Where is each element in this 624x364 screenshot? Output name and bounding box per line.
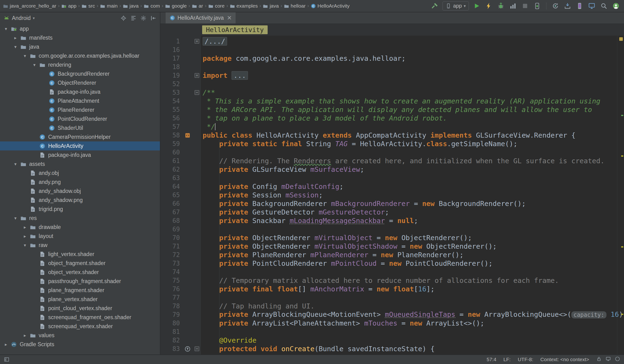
code-line[interactable]: 66 private BackgroundRenderer mBackgroun… <box>160 199 624 208</box>
breadcrumb-item[interactable]: helloar <box>284 3 306 9</box>
expand-arrow-icon[interactable]: ▸ <box>11 35 20 41</box>
code-line[interactable]: 18 <box>160 63 624 71</box>
expand-arrow-icon[interactable]: ▾ <box>2 26 10 31</box>
fold-plus-icon[interactable]: + <box>195 73 199 78</box>
line-number[interactable]: 52 <box>160 80 182 88</box>
line-number[interactable]: 63 <box>160 174 182 182</box>
expand-arrow-icon[interactable]: ▸ <box>21 234 29 239</box>
code-line[interactable]: 70 private ObjectRenderer mVirtualObject… <box>160 234 624 242</box>
breadcrumb-item[interactable]: CHelloArActivity <box>311 3 349 9</box>
fold-toggle[interactable]: − <box>193 90 201 95</box>
breadcrumb-item[interactable]: ar <box>192 3 203 9</box>
tree-item[interactable]: ▾assets <box>0 159 160 168</box>
code-line[interactable]: 77 <box>160 293 624 302</box>
line-number[interactable]: 65 <box>160 191 182 199</box>
code-line[interactable]: 75 // Temporary matrix allocated here to… <box>160 276 624 285</box>
breadcrumb-item[interactable]: core <box>208 3 225 9</box>
tree-item[interactable]: screenquad_fragment_oes.shader <box>0 313 160 322</box>
breadcrumb-item[interactable]: src <box>81 3 95 9</box>
sync-project-button[interactable] <box>551 2 560 10</box>
code-line[interactable]: 79 private ArrayBlockingQueue<MotionEven… <box>160 310 624 319</box>
tree-item[interactable]: ▸layout <box>0 232 160 241</box>
code-line[interactable]: 80 private ArrayList<PlaneAttachment> mT… <box>160 319 624 327</box>
line-number[interactable]: 72 <box>160 251 182 259</box>
code-line[interactable]: 69 <box>160 225 624 234</box>
code-line[interactable]: 78 // Tap handling and UI. <box>160 302 624 310</box>
tree-item[interactable]: ▸manifests <box>0 33 160 42</box>
class-marker-icon[interactable] <box>182 132 193 139</box>
line-number[interactable]: 78 <box>160 302 182 310</box>
tree-item[interactable]: plane_fragment.shader <box>0 286 160 295</box>
line-number[interactable]: 57 <box>160 122 182 131</box>
override-marker-icon[interactable] <box>182 346 193 352</box>
run-button[interactable] <box>472 2 481 10</box>
attach-debugger-button[interactable] <box>533 2 542 10</box>
line-number[interactable]: 80 <box>160 319 182 327</box>
expand-arrow-icon[interactable]: ▾ <box>11 44 20 50</box>
line-number[interactable]: 17 <box>160 54 182 63</box>
expand-arrow-icon[interactable]: ▸ <box>2 342 10 347</box>
tree-item[interactable]: CShaderUtil <box>0 123 160 132</box>
run-config-selector[interactable]: app▾ <box>442 1 469 10</box>
code-line[interactable]: 72 private PlaneRenderer mPlaneRenderer … <box>160 251 624 259</box>
collapse-all-button[interactable] <box>130 15 137 21</box>
settings-button[interactable] <box>140 15 147 21</box>
breadcrumb-current-element[interactable]: HelloArActivity <box>202 26 268 34</box>
code-line[interactable]: 53−/** <box>160 88 624 97</box>
code-line[interactable]: 65 private Session mSession; <box>160 191 624 199</box>
code-line[interactable]: 19+import ... <box>160 71 624 80</box>
line-number[interactable]: 54 <box>160 97 182 105</box>
code-editor[interactable]: 1+/.../1617package com.google.ar.core.ex… <box>160 36 624 355</box>
apply-changes-button[interactable] <box>485 2 493 10</box>
error-stripe-mark[interactable] <box>621 115 623 116</box>
code-line[interactable]: 71 private ObjectRenderer mVirtualObject… <box>160 242 624 251</box>
tree-item[interactable]: andy_shadow.obj <box>0 186 160 196</box>
project-view-selector[interactable]: Android <box>12 15 31 21</box>
line-number[interactable]: 69 <box>160 225 182 234</box>
line-number[interactable]: 66 <box>160 199 182 208</box>
tree-item[interactable]: ▾java <box>0 42 160 51</box>
error-stripe-mark[interactable] <box>621 156 623 156</box>
line-number[interactable]: 1 <box>160 37 182 46</box>
tree-item[interactable]: light_vertex.shader <box>0 250 160 259</box>
layout-inspector-button[interactable] <box>587 2 596 10</box>
breadcrumb-item[interactable]: java_arcore_hello_ar <box>3 3 56 9</box>
sdk-manager-button[interactable] <box>563 2 572 10</box>
locate-button[interactable] <box>120 15 127 21</box>
context-widget[interactable]: Context: <no context> <box>541 357 589 362</box>
error-stripe-mark[interactable] <box>621 314 623 315</box>
code-line[interactable]: 74 <box>160 268 624 276</box>
tree-item[interactable]: package-info.java <box>0 87 160 96</box>
fold-toggle[interactable]: + <box>193 39 201 44</box>
line-number[interactable]: 71 <box>160 242 182 251</box>
tree-item[interactable]: CHelloArActivity <box>0 141 160 151</box>
code-line[interactable]: 17package com.google.ar.core.examples.ja… <box>160 54 624 63</box>
code-line[interactable]: 56 * tap on a plane to place a 3d model … <box>160 114 624 122</box>
line-number[interactable]: 81 <box>160 327 182 336</box>
line-number[interactable]: 55 <box>160 105 182 114</box>
breadcrumb-item[interactable]: java <box>123 3 139 9</box>
line-number[interactable]: 79 <box>160 310 182 319</box>
code-line[interactable]: 63 <box>160 174 624 182</box>
breadcrumb-item[interactable]: java <box>263 3 279 9</box>
code-line[interactable]: 61 // Rendering. The Renderers are creat… <box>160 156 624 165</box>
tree-item[interactable]: ▸drawable <box>0 223 160 232</box>
code-line[interactable]: 82 @Override <box>160 336 624 344</box>
code-line[interactable]: 67 private GestureDetector mGestureDetec… <box>160 208 624 216</box>
line-number[interactable]: 70 <box>160 234 182 242</box>
code-line[interactable]: 62 private GLSurfaceView mSurfaceView; <box>160 165 624 174</box>
line-number[interactable]: 67 <box>160 208 182 216</box>
folded-region[interactable]: ... <box>232 71 248 80</box>
code-line[interactable]: 68 private Snackbar mLoadingMessageSnack… <box>160 216 624 225</box>
inspections-indicator[interactable] <box>619 37 623 41</box>
expand-arrow-icon[interactable]: ▾ <box>21 53 29 59</box>
tree-item[interactable]: ▾app <box>0 24 160 33</box>
code-line[interactable]: 57 */ <box>160 122 624 131</box>
stop-button[interactable] <box>521 2 529 10</box>
build-hammer-button[interactable] <box>430 2 439 10</box>
editor-tab[interactable]: C HelloArActivity.java ✕ <box>166 12 235 24</box>
error-stripe[interactable] <box>620 36 624 355</box>
line-number[interactable]: 77 <box>160 293 182 302</box>
folded-region[interactable]: /.../ <box>203 37 227 46</box>
status-circle-icon[interactable] <box>615 356 620 363</box>
